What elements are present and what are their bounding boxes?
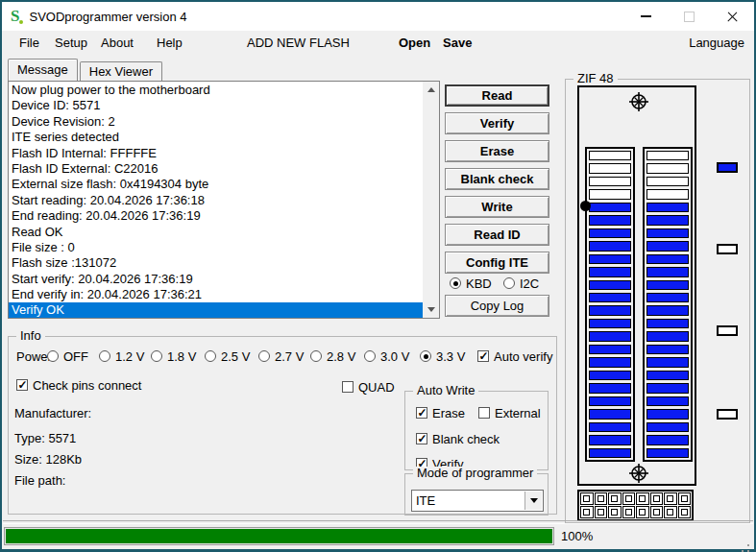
log-line[interactable]: Device ID: 5571 (9, 98, 423, 113)
connector-pin (678, 506, 692, 518)
arrow-up-icon (427, 87, 435, 92)
pin-slot (589, 383, 631, 393)
power-radio-1.2v[interactable]: 1.2 V (99, 349, 144, 363)
write-button[interactable]: Write (445, 196, 549, 218)
connector-pin (580, 506, 594, 518)
radio-label: 2.8 V (327, 349, 355, 364)
pin-slot (589, 228, 631, 238)
interface-radio-i2c[interactable]: I2C (503, 276, 539, 290)
log-line[interactable]: External size flash: 0x4194304 byte (9, 177, 423, 192)
connector-pin-core (611, 509, 618, 516)
external-checkbox[interactable]: External (478, 406, 541, 420)
log-scrollbar[interactable] (423, 82, 439, 318)
power-radio-off[interactable]: OFF (47, 349, 88, 363)
log-line[interactable]: End verify in: 20.04.2026 17:36:21 (9, 287, 423, 302)
log-line[interactable]: Now plug power to the motherboard (9, 83, 423, 98)
log-line[interactable]: Read OK (9, 225, 423, 240)
checkbox-icon (477, 350, 489, 362)
connector-pin (664, 492, 677, 505)
log-line[interactable]: File size : 0 (9, 240, 423, 255)
minimize-icon (641, 15, 651, 17)
erase-checkbox[interactable]: Erase (416, 406, 465, 420)
quad-checkbox[interactable]: QUAD (342, 380, 395, 394)
blank-check-checkbox[interactable]: Blank check (416, 432, 500, 445)
connector-pin-core (653, 509, 660, 516)
connector-pin (622, 506, 636, 518)
log-line[interactable]: Flash ID Internal: FFFFFE (9, 146, 423, 161)
interface-radio-kbd[interactable]: KBD (450, 276, 492, 290)
power-radio-3.0v[interactable]: 3.0 V (364, 349, 409, 363)
read-button[interactable]: Read (445, 84, 549, 107)
power-radio-3.3v[interactable]: 3.3 V (420, 349, 465, 363)
menu-help[interactable]: Help (157, 31, 183, 56)
power-radio-2.7v[interactable]: 2.7 V (258, 349, 304, 363)
log-line[interactable]: Start reading: 20.04.2026 17:36:18 (9, 193, 423, 208)
erase-button[interactable]: Erase (445, 140, 549, 162)
pin-slot (589, 319, 631, 328)
power-radio-2.8v[interactable]: 2.8 V (310, 349, 355, 363)
config-ite-button[interactable]: Config ITE (445, 252, 549, 274)
log-line[interactable]: Device Revision: 2 (9, 114, 423, 130)
power-radio-2.5v[interactable]: 2.5 V (205, 349, 250, 363)
copy-log-button[interactable]: Copy Log (445, 295, 549, 317)
log-line[interactable]: Verify OK (9, 302, 423, 318)
checkbox-icon (416, 407, 427, 419)
radio-label: KBD (466, 276, 492, 291)
file-path-label: File path: (14, 473, 65, 488)
minimize-button[interactable] (624, 2, 668, 31)
check-pins-connect-checkbox[interactable]: Check pins connect (16, 378, 141, 392)
pin-column-left (585, 147, 635, 462)
connector-pin-core (639, 495, 646, 502)
connector-pin-core (653, 495, 660, 502)
pin-slot (646, 280, 689, 290)
log-line[interactable]: Start verify: 20.04.2026 17:36:19 (9, 272, 423, 287)
power-radio-1.8v[interactable]: 1.8 V (151, 349, 196, 363)
tab-bar: Message Hex Viewer (8, 59, 164, 81)
radio-label: 3.3 V (436, 349, 465, 364)
pin-slot (589, 267, 631, 276)
radio-label: 2.5 V (221, 349, 250, 364)
read-id-button[interactable]: Read ID (445, 224, 549, 246)
auto-verify-checkbox[interactable]: Auto verify (477, 349, 552, 363)
radio-icon (99, 350, 110, 362)
mode-groupbox: Mode of programmer ITE (404, 473, 549, 516)
connector-pin (650, 492, 664, 505)
maximize-button[interactable] (668, 2, 711, 31)
log-line[interactable]: ITE series detected (9, 130, 423, 145)
tab-message[interactable]: Message (8, 59, 78, 81)
menu-language[interactable]: Language (689, 31, 744, 56)
verify-button[interactable]: Verify (445, 112, 549, 134)
mode-value: ITE (412, 493, 435, 508)
pin-slot (646, 409, 689, 419)
log-line[interactable]: Flash size :131072 (9, 255, 423, 271)
menu-about[interactable]: About (101, 31, 134, 56)
dropdown-arrow-button[interactable] (524, 492, 542, 510)
log-line[interactable]: End reading: 20.04.2026 17:36:19 (9, 208, 423, 224)
pin-slot (589, 189, 631, 199)
connector-pin (636, 492, 649, 505)
pin-slot (646, 371, 689, 380)
resize-grip[interactable] (747, 544, 749, 546)
scroll-down-button[interactable] (423, 301, 439, 318)
radio-label: I2C (520, 276, 539, 291)
pin-slot (646, 241, 689, 251)
blank-check-button[interactable]: Blank check (445, 168, 549, 190)
pin-slot (646, 254, 689, 264)
mode-title: Mode of programmer (413, 467, 537, 480)
scroll-up-button[interactable] (423, 82, 439, 98)
pin-slot (646, 228, 689, 238)
mode-dropdown[interactable]: ITE (411, 490, 544, 512)
tab-hex-viewer[interactable]: Hex Viewer (80, 61, 162, 81)
arrow-down-icon (427, 307, 435, 312)
close-button[interactable] (711, 2, 754, 31)
pin-slot (589, 280, 631, 290)
log-line[interactable]: Flash ID External: C22016 (9, 161, 423, 177)
auto-write-groupbox: Auto Write EraseExternalBlank checkVerif… (404, 391, 549, 470)
menu-file[interactable]: File (19, 31, 39, 56)
menu-setup[interactable]: Setup (55, 31, 87, 56)
menu-save[interactable]: Save (443, 31, 472, 56)
menu-add-new-flash[interactable]: ADD NEW FLASH (247, 31, 350, 56)
menu-open[interactable]: Open (399, 31, 430, 56)
radio-label: 1.2 V (115, 349, 144, 364)
screw-icon (628, 91, 649, 112)
